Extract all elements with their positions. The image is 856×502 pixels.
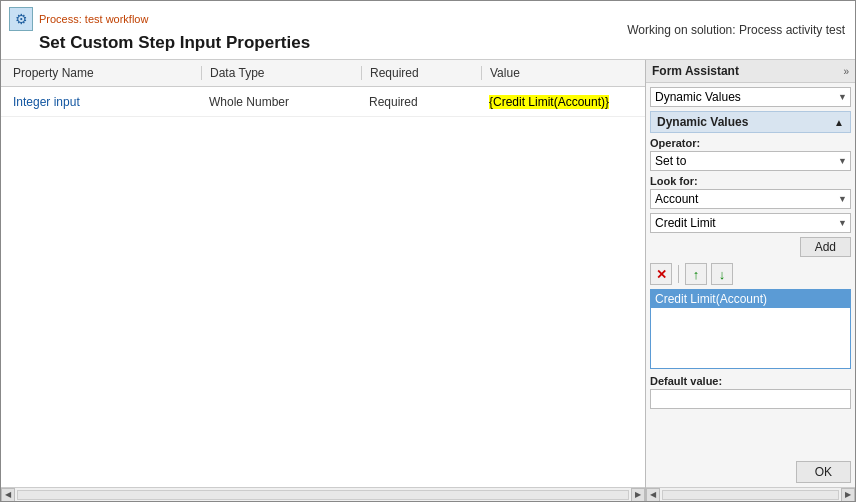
ok-btn-row: OK	[646, 461, 855, 487]
right-scroll-left[interactable]: ◀	[646, 488, 660, 502]
dynamic-values-select-wrap[interactable]: Dynamic Values Static Values Clear	[650, 87, 851, 107]
bottom-scrollbar[interactable]: ◀ ▶	[1, 487, 645, 501]
add-btn-row: Add	[650, 237, 851, 257]
look-for-select-wrap[interactable]: Account Contact Lead Opportunity	[650, 189, 851, 209]
right-panel: Form Assistant » Dynamic Values Static V…	[645, 60, 855, 501]
gear-icon: ⚙	[9, 7, 33, 31]
field-select[interactable]: Credit Limit Account Name Phone Revenue	[650, 213, 851, 233]
look-for-select-wrapper[interactable]: Account Contact Lead Opportunity	[650, 189, 851, 209]
col-header-datatype: Data Type	[201, 66, 361, 80]
col-header-value: Value	[481, 66, 645, 80]
icon-toolbar: ✕ ↑ ↓	[650, 263, 851, 285]
breadcrumb-row: ⚙ Process: test workflow	[9, 7, 310, 31]
default-value-label: Default value:	[650, 375, 851, 387]
look-for-select[interactable]: Account Contact Lead Opportunity	[650, 189, 851, 209]
breadcrumb: Process: test workflow	[39, 13, 148, 25]
panel-body: Dynamic Values Static Values Clear Dynam…	[646, 83, 855, 461]
default-value-input[interactable]	[650, 389, 851, 409]
operator-select[interactable]: Set to Clear Append	[650, 151, 851, 171]
items-list[interactable]: Credit Limit(Account)	[650, 289, 851, 369]
cell-property-name[interactable]: Integer input	[1, 95, 201, 109]
working-on-label: Working on solution: Process activity te…	[627, 23, 845, 37]
scroll-track[interactable]	[17, 490, 629, 500]
expand-icon[interactable]: »	[843, 66, 849, 77]
toolbar-divider	[678, 265, 679, 283]
operator-select-wrapper[interactable]: Set to Clear Append	[650, 151, 851, 171]
operator-select-wrap[interactable]: Set to Clear Append	[650, 151, 851, 171]
cell-value: {Credit Limit(Account)}	[481, 95, 645, 109]
table-body: Integer input Whole Number Required {Cre…	[1, 87, 645, 487]
section-label: Dynamic Values	[657, 115, 748, 129]
top-dropdown-row: Dynamic Values Static Values Clear	[650, 87, 851, 107]
move-down-button[interactable]: ↓	[711, 263, 733, 285]
look-for-label: Look for:	[650, 175, 851, 187]
add-button[interactable]: Add	[800, 237, 851, 257]
cell-datatype: Whole Number	[201, 95, 361, 109]
page-title: Set Custom Step Input Properties	[39, 33, 310, 53]
collapse-icon[interactable]: ▲	[834, 117, 844, 128]
body-area: Property Name Data Type Required Value I…	[1, 60, 855, 501]
header-left: ⚙ Process: test workflow Set Custom Step…	[9, 7, 310, 53]
panel-header: Form Assistant »	[646, 60, 855, 83]
field-select-wrap[interactable]: Credit Limit Account Name Phone Revenue	[650, 213, 851, 233]
panel-title: Form Assistant	[652, 64, 739, 78]
col-header-required: Required	[361, 66, 481, 80]
ok-button[interactable]: OK	[796, 461, 851, 483]
scroll-right-arrow[interactable]: ▶	[631, 488, 645, 502]
main-content: Property Name Data Type Required Value I…	[1, 60, 645, 501]
scroll-left-arrow[interactable]: ◀	[1, 488, 15, 502]
delete-button[interactable]: ✕	[650, 263, 672, 285]
dynamic-values-select[interactable]: Dynamic Values Static Values Clear	[650, 87, 851, 107]
header: ⚙ Process: test workflow Set Custom Step…	[1, 1, 855, 60]
table-row: Integer input Whole Number Required {Cre…	[1, 87, 645, 117]
col-header-property: Property Name	[1, 66, 201, 80]
right-bottom-scroll[interactable]: ◀ ▶	[646, 487, 855, 501]
right-scroll-right[interactable]: ▶	[841, 488, 855, 502]
section-bar: Dynamic Values ▲	[650, 111, 851, 133]
value-highlight: {Credit Limit(Account)}	[489, 95, 609, 109]
cell-required: Required	[361, 95, 481, 109]
list-item[interactable]: Credit Limit(Account)	[651, 290, 850, 308]
operator-label: Operator:	[650, 137, 851, 149]
field-select-wrapper[interactable]: Credit Limit Account Name Phone Revenue	[650, 213, 851, 233]
right-scroll-track[interactable]	[662, 490, 839, 500]
table-header: Property Name Data Type Required Value	[1, 60, 645, 87]
move-up-button[interactable]: ↑	[685, 263, 707, 285]
